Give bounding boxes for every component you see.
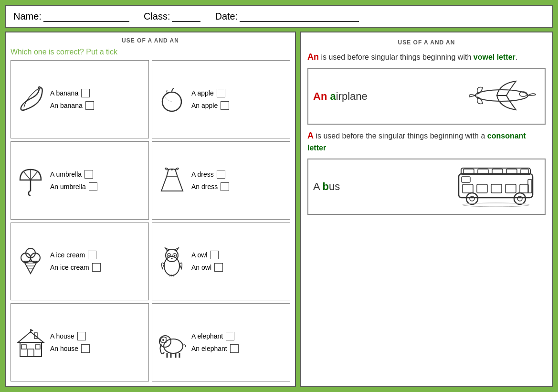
svg-point-16 — [166, 249, 178, 262]
svg-rect-49 — [506, 169, 517, 174]
apple-label-1: A apple — [191, 89, 214, 97]
owl-tick-1[interactable] — [210, 251, 219, 259]
owl-options: A owl An owl — [191, 251, 287, 272]
svg-rect-45 — [520, 184, 528, 193]
class-label: Class: — [144, 11, 170, 22]
banana-tick-2[interactable] — [85, 101, 94, 110]
svg-rect-43 — [491, 184, 502, 193]
house-tick-1[interactable] — [77, 332, 86, 340]
svg-rect-26 — [21, 345, 26, 349]
ice-cream-option-2: An ice cream — [50, 263, 146, 272]
banana-option-1: A banana — [50, 89, 146, 97]
elephant-option-2: An elephant — [191, 344, 287, 353]
dress-tick-2[interactable] — [221, 182, 229, 191]
elephant-label-2: An elephant — [191, 345, 227, 352]
elephant-tick-1[interactable] — [226, 332, 234, 340]
umbrella-options: A umbrella An umbrella — [50, 170, 146, 191]
apple-image — [155, 83, 189, 116]
elephant-option-1: A elephant — [191, 332, 287, 340]
house-options: A house An house — [50, 332, 146, 353]
banana-option-2: An banana — [50, 101, 146, 110]
umbrella-option-2: An umbrella — [50, 182, 146, 191]
class-underline[interactable] — [172, 11, 200, 22]
apple-tick-2[interactable] — [221, 101, 229, 110]
svg-rect-41 — [463, 184, 473, 193]
ice-cream-row: A ice cream An ice cream — [11, 222, 149, 301]
owl-image — [155, 244, 189, 278]
class-field: Class: — [144, 11, 201, 22]
dress-image — [155, 164, 189, 197]
house-label-2: An house — [50, 345, 78, 352]
elephant-row: A elephant An elephant — [152, 303, 290, 381]
ice-cream-options: A ice cream An ice cream — [50, 251, 146, 272]
umbrella-tick-2[interactable] — [89, 182, 97, 191]
svg-rect-50 — [521, 169, 528, 174]
owl-tick-2[interactable] — [214, 263, 223, 272]
ice-cream-image — [14, 244, 47, 278]
apple-option-2: An apple — [191, 101, 287, 110]
apple-tick-1[interactable] — [217, 89, 225, 97]
rule1-bold: vowel letter — [474, 53, 516, 61]
umbrella-option-1: A umbrella — [50, 170, 146, 179]
example2-a: A — [313, 180, 323, 192]
example2-letter: b — [323, 180, 329, 192]
rule2-text: A is used before the singular things beg… — [307, 129, 546, 154]
instruction: Which one is correct? Put a tick — [11, 48, 290, 56]
umbrella-label-2: An umbrella — [50, 183, 86, 191]
rule1-end: . — [516, 53, 517, 61]
bus-example-text: A bus — [313, 180, 449, 193]
ice-cream-tick-1[interactable] — [88, 251, 96, 259]
umbrella-row: A umbrella An umbrella — [11, 141, 149, 220]
date-field: Date: — [215, 11, 359, 22]
banana-image — [14, 83, 47, 116]
airplane-example-box: An airplane — [307, 68, 546, 125]
dress-label-1: A dress — [191, 170, 214, 178]
svg-rect-46 — [463, 169, 474, 174]
date-underline[interactable] — [240, 11, 359, 22]
elephant-tick-2[interactable] — [230, 344, 239, 353]
svg-rect-27 — [35, 345, 40, 349]
apple-label-2: An apple — [191, 102, 218, 109]
left-panel: USE OF A AND AN Which one is correct? Pu… — [5, 32, 296, 387]
right-section-title: USE OF A AND AN — [307, 39, 546, 46]
airplane-example-text: An airplane — [313, 90, 459, 103]
example1-letter: a — [330, 90, 336, 102]
dress-tick-1[interactable] — [217, 170, 225, 179]
owl-label-1: A owl — [191, 251, 207, 259]
ice-cream-tick-2[interactable] — [92, 263, 101, 272]
svg-point-53 — [466, 193, 478, 204]
elephant-image — [155, 326, 189, 359]
banana-label-2: An banana — [50, 102, 83, 109]
ice-cream-label-1: A ice cream — [50, 251, 85, 259]
rule1-text: An is used before singular things beginn… — [307, 51, 546, 64]
banana-tick-1[interactable] — [81, 89, 90, 97]
dress-label-2: An dress — [191, 183, 218, 191]
dress-option-2: An dress — [191, 182, 287, 191]
name-underline[interactable] — [43, 11, 129, 22]
house-image — [14, 326, 47, 359]
banana-row: A banana An banana — [11, 60, 149, 138]
name-label: Name: — [13, 11, 42, 22]
right-panel: USE OF A AND AN An is used before singul… — [300, 32, 553, 387]
elephant-label-1: A elephant — [191, 332, 223, 340]
umbrella-tick-1[interactable] — [84, 170, 93, 179]
dress-options: A dress An dress — [191, 170, 287, 191]
owl-option-1: A owl — [191, 251, 287, 259]
svg-rect-25 — [28, 349, 34, 357]
bus-image — [454, 164, 540, 209]
example1-rest: irplane — [336, 90, 368, 102]
house-option-2: An house — [50, 344, 146, 353]
dress-row: A dress An dress — [152, 141, 290, 220]
svg-point-19 — [168, 254, 169, 256]
svg-rect-51 — [462, 177, 470, 182]
rule1-an: An — [307, 52, 319, 62]
header-box: Name: Class: Date: — [5, 5, 553, 28]
rule2-middle: is used before the singular things begin… — [314, 132, 487, 140]
airplane-image — [463, 74, 540, 119]
svg-rect-48 — [492, 169, 503, 174]
svg-point-56 — [517, 196, 522, 201]
house-tick-2[interactable] — [81, 344, 90, 353]
main-content: USE OF A AND AN Which one is correct? Pu… — [5, 32, 553, 387]
name-field: Name: — [13, 11, 129, 22]
svg-rect-47 — [478, 169, 488, 174]
